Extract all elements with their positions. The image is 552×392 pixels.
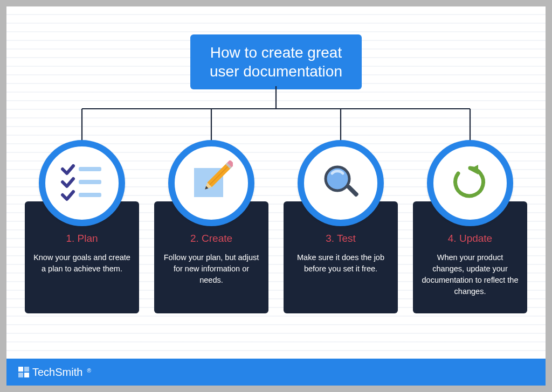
page-title: How to create greatuser documentation: [190, 34, 362, 89]
footer-bar: TechSmith ®: [6, 359, 546, 386]
svg-rect-7: [79, 180, 101, 184]
svg-rect-8: [79, 193, 101, 197]
step-icon-circle: [39, 140, 125, 226]
step-icon-circle: [298, 140, 384, 226]
step-icon-circle: [168, 140, 254, 226]
brand-logo: TechSmith ®: [18, 366, 91, 379]
pencil-icon: [190, 160, 233, 206]
step-body: When your product changes, update your d…: [422, 252, 519, 297]
brand-name: TechSmith: [32, 366, 82, 379]
step-body: Follow your plan, but adjust for new inf…: [163, 252, 260, 286]
step-body: Know your goals and create a plan to ach…: [33, 252, 130, 275]
brand-mark-icon: [18, 367, 29, 377]
step-icon-circle: [427, 140, 513, 226]
step-title: 4. Update: [422, 233, 519, 244]
svg-rect-18: [346, 184, 359, 197]
title-text: How to create greatuser documentation: [210, 44, 342, 80]
step-title: 1. Plan: [33, 233, 130, 244]
step-body: Make sure it does the job before you set…: [292, 252, 389, 275]
step-title: 2. Create: [163, 233, 260, 244]
content: How to create greatuser documentation: [6, 6, 546, 386]
steps-row: 1. Plan Know your goals and create a pla…: [6, 140, 546, 313]
svg-rect-20: [18, 367, 23, 372]
svg-rect-23: [24, 373, 29, 377]
infographic-card: How to create greatuser documentation: [6, 6, 546, 386]
step-title: 3. Test: [292, 233, 389, 244]
checklist-icon: [60, 160, 104, 206]
svg-rect-22: [18, 373, 23, 377]
step-plan: 1. Plan Know your goals and create a pla…: [25, 140, 139, 313]
refresh-icon: [448, 160, 492, 206]
svg-rect-6: [79, 167, 101, 171]
svg-rect-21: [24, 367, 29, 372]
step-update: 4. Update When your product changes, upd…: [413, 140, 527, 313]
magnifier-icon: [319, 160, 362, 206]
step-test: 3. Test Make sure it does the job before…: [284, 140, 398, 313]
registered-mark: ®: [87, 368, 91, 374]
step-create: 2. Create Follow your plan, but adjust f…: [154, 140, 268, 313]
